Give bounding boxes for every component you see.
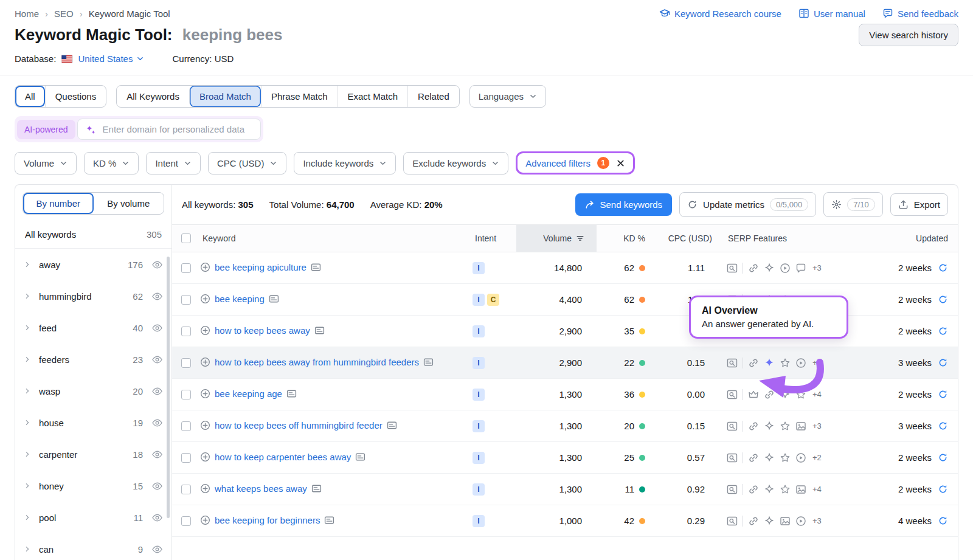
table-row[interactable]: how to keep carpenter bees away I 1,300 … xyxy=(172,442,958,474)
filter-volume[interactable]: Volume xyxy=(15,152,77,175)
domain-input[interactable] xyxy=(102,123,253,135)
keyword-link[interactable]: what keeps bees away xyxy=(215,483,307,494)
row-checkbox[interactable] xyxy=(181,453,191,463)
sidebar-group-house[interactable]: house19 xyxy=(15,407,171,438)
keyword-link[interactable]: bee keeping age xyxy=(215,389,282,399)
refresh-icon[interactable] xyxy=(938,389,948,399)
eye-icon[interactable] xyxy=(151,385,163,397)
row-checkbox[interactable] xyxy=(181,263,191,273)
eye-icon[interactable] xyxy=(151,417,163,429)
sidebar-group-can[interactable]: can9 xyxy=(15,533,171,560)
tab-related[interactable]: Related xyxy=(407,86,459,107)
languages-dropdown[interactable]: Languages xyxy=(469,85,546,108)
by-volume-toggle[interactable]: By volume xyxy=(94,193,164,214)
send-keywords-button[interactable]: Send keywords xyxy=(575,193,673,216)
update-metrics-button[interactable]: Update metrics 0/5,000 xyxy=(679,192,816,217)
close-icon[interactable] xyxy=(616,159,625,168)
breadcrumb-home[interactable]: Home xyxy=(15,9,39,19)
tab-questions[interactable]: Questions xyxy=(45,86,106,107)
column-header-cpc[interactable]: CPC (USD) xyxy=(655,225,723,252)
manage-columns-button[interactable]: 7/10 xyxy=(823,192,882,217)
row-checkbox[interactable] xyxy=(181,421,191,431)
add-keyword-icon[interactable] xyxy=(200,452,210,462)
eye-icon[interactable] xyxy=(151,291,163,302)
filter-intent[interactable]: Intent xyxy=(146,152,201,175)
database-selector[interactable]: United States xyxy=(78,54,144,64)
sidebar-group-carpenter[interactable]: carpenter18 xyxy=(15,438,171,470)
sidebar-group-feeders[interactable]: feeders23 xyxy=(15,344,171,375)
keyword-link[interactable]: how to keep bees away from hummingbird f… xyxy=(215,357,419,367)
row-checkbox[interactable] xyxy=(181,516,191,526)
by-number-toggle[interactable]: By number xyxy=(23,193,94,214)
refresh-icon[interactable] xyxy=(938,326,948,336)
row-checkbox[interactable] xyxy=(181,295,191,305)
serp-snippet-icon[interactable] xyxy=(311,483,322,494)
filter-kd[interactable]: KD % xyxy=(84,152,139,175)
table-row[interactable]: how to keep bees away from hummingbird f… xyxy=(172,347,958,379)
breadcrumb-seo[interactable]: SEO xyxy=(54,9,74,19)
serp-snippet-icon[interactable] xyxy=(423,357,434,367)
refresh-icon[interactable] xyxy=(938,263,948,273)
refresh-icon[interactable] xyxy=(938,358,948,368)
serp-snippet-icon[interactable] xyxy=(387,420,397,430)
eye-icon[interactable] xyxy=(151,259,163,271)
row-checkbox[interactable] xyxy=(181,358,191,368)
column-header-updated[interactable]: Updated xyxy=(867,225,958,252)
column-header-intent[interactable]: Intent xyxy=(473,225,516,252)
tab-all-keywords[interactable]: All Keywords xyxy=(117,86,189,107)
tab-broad-match[interactable]: Broad Match xyxy=(189,86,261,107)
refresh-icon[interactable] xyxy=(938,452,948,463)
refresh-icon[interactable] xyxy=(938,294,948,305)
serp-snippet-icon[interactable] xyxy=(324,515,334,525)
serp-snippet-icon[interactable] xyxy=(314,325,325,336)
add-keyword-icon[interactable] xyxy=(200,515,210,525)
sidebar-group-feed[interactable]: feed40 xyxy=(15,312,171,344)
add-keyword-icon[interactable] xyxy=(200,483,210,494)
user-manual-link[interactable]: User manual xyxy=(798,8,865,19)
eye-icon[interactable] xyxy=(151,544,163,555)
add-keyword-icon[interactable] xyxy=(200,389,210,399)
eye-icon[interactable] xyxy=(151,354,163,365)
view-search-history-button[interactable]: View search history xyxy=(859,24,958,46)
table-row[interactable]: bee keeping age I 1,300 36 0.00 +4 2 wee… xyxy=(172,379,958,410)
add-keyword-icon[interactable] xyxy=(200,420,210,430)
eye-icon[interactable] xyxy=(151,512,163,524)
select-all-checkbox[interactable] xyxy=(181,233,191,243)
sidebar-group-wasp[interactable]: wasp20 xyxy=(15,375,171,407)
serp-snippet-icon[interactable] xyxy=(355,452,365,462)
column-header-volume[interactable]: Volume xyxy=(516,225,597,252)
sidebar-group-honey[interactable]: honey15 xyxy=(15,470,171,502)
row-checkbox[interactable] xyxy=(181,485,191,494)
tab-exact-match[interactable]: Exact Match xyxy=(338,86,408,107)
serp-snippet-icon[interactable] xyxy=(269,294,279,304)
sidebar-all-keywords[interactable]: All keywords 305 xyxy=(15,221,171,249)
column-header-kd[interactable]: KD % xyxy=(597,225,655,252)
keyword-link[interactable]: bee keeping xyxy=(215,294,265,304)
column-header-keyword[interactable]: Keyword xyxy=(200,225,473,252)
refresh-icon[interactable] xyxy=(938,484,948,494)
serp-snippet-icon[interactable] xyxy=(311,262,321,272)
eye-icon[interactable] xyxy=(151,480,163,492)
sidebar-group-away[interactable]: away176 xyxy=(15,249,171,280)
send-feedback-link[interactable]: Send feedback xyxy=(882,8,958,19)
sidebar-group-pool[interactable]: pool11 xyxy=(15,502,171,533)
sidebar-scrollbar[interactable] xyxy=(167,257,170,518)
filter-cpc-usd[interactable]: CPC (USD) xyxy=(208,152,287,175)
add-keyword-icon[interactable] xyxy=(200,294,210,304)
eye-icon[interactable] xyxy=(151,322,163,334)
add-keyword-icon[interactable] xyxy=(200,262,210,272)
keyword-link[interactable]: how to keep bees away xyxy=(215,325,310,336)
tab-phrase-match[interactable]: Phrase Match xyxy=(261,86,338,107)
export-button[interactable]: Export xyxy=(890,193,948,216)
tab-all[interactable]: All xyxy=(15,86,45,107)
column-header-serp-features[interactable]: SERP Features xyxy=(723,225,867,252)
add-keyword-icon[interactable] xyxy=(200,357,210,367)
keyword-research-course-link[interactable]: Keyword Research course xyxy=(659,8,781,19)
keyword-link[interactable]: how to keep bees off hummingbird feeder xyxy=(215,420,383,430)
eye-icon[interactable] xyxy=(151,449,163,460)
keyword-link[interactable]: how to keep carpenter bees away xyxy=(215,452,351,462)
keyword-link[interactable]: bee keeping for beginners xyxy=(215,515,320,525)
row-checkbox[interactable] xyxy=(181,390,191,399)
table-row[interactable]: bee keeping apiculture I 14,800 62 1.11 … xyxy=(172,252,958,284)
keyword-link[interactable]: bee keeping apiculture xyxy=(215,262,306,272)
